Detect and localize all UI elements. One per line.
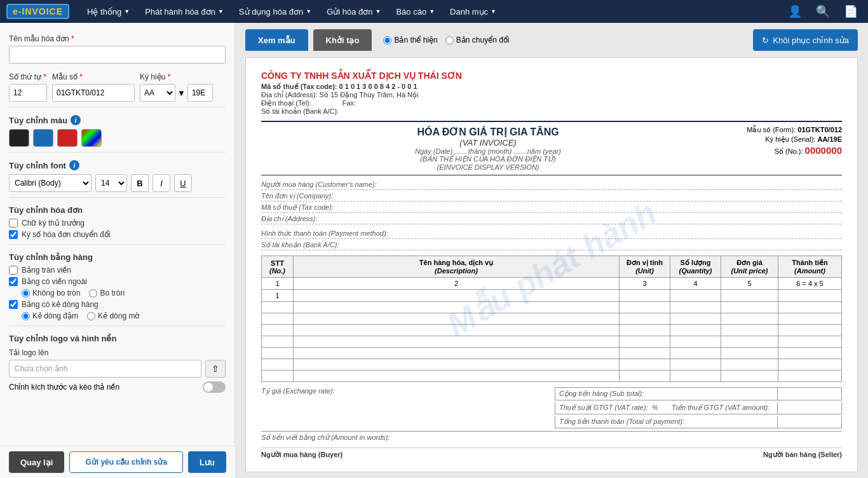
khong-bo-tron-option[interactable]: Không bo tròn xyxy=(22,289,80,297)
th-thanh-tien: Thành tiền(Amount) xyxy=(778,256,842,278)
tab-khoi-tao[interactable]: Khởi tạo xyxy=(313,29,372,51)
info-font-icon[interactable]: i xyxy=(69,160,79,170)
ten-mau-label: Tên mẫu hóa đơn * xyxy=(9,34,226,43)
ke-dong-dam-radio[interactable] xyxy=(22,312,30,320)
buyer-row: Người mua hàng (Customer's name): xyxy=(261,181,842,190)
color-black-swatch[interactable] xyxy=(9,129,29,147)
mau-so-input[interactable] xyxy=(52,84,135,102)
document-icon[interactable]: 📄 xyxy=(840,2,862,21)
row-1-price xyxy=(721,290,778,302)
quay-lai-button[interactable]: Quay lại xyxy=(9,451,64,473)
payment-row: Hình thức thanh toán (Payment method): xyxy=(261,229,842,239)
nen-toggle-row: Chỉnh kích thước và kéo thả nền xyxy=(9,381,226,393)
ky-hieu-prefix-select[interactable]: AA xyxy=(140,84,175,102)
bank-buyer-row: Số tài khoản (Bank A/C): xyxy=(261,241,842,250)
title-en: (VAT INVOICE) xyxy=(261,138,715,147)
nav-phat-hanh[interactable]: Phát hành hóa đơn ▼ xyxy=(137,0,231,23)
table-row xyxy=(262,302,842,313)
tuy-chinh-bang-hang-title: Tùy chỉnh bảng hàng xyxy=(9,252,226,262)
ban-chuyen-doi-option[interactable]: Bản chuyển đổi xyxy=(445,36,510,44)
ban-the-hien-radio[interactable] xyxy=(383,36,391,44)
bang-tran-vien-checkbox[interactable] xyxy=(9,266,18,275)
table-header: STT(No.) Tên hàng hóa, dịch vụ(Descripti… xyxy=(262,256,842,290)
chu-ky-thu-truong-checkbox[interactable] xyxy=(9,219,18,228)
company-buyer-row: Tên đơn vị (Company): xyxy=(261,192,842,201)
row-1-amount xyxy=(778,290,842,302)
version-note-en: (EINVOICE DISPLAY VERSION) xyxy=(261,163,715,171)
table-col-numbers-row: 1 2 3 4 5 6 = 4 x 5 xyxy=(262,278,842,290)
bottom-buttons: Quay lại Gửi yêu cầu chỉnh sửa Lưu xyxy=(0,446,235,478)
user-icon[interactable]: 👤 xyxy=(784,2,806,21)
color-blue-swatch[interactable] xyxy=(33,129,53,147)
ke-dong-radio-group: Kẻ dòng đậm Kẻ dòng mờ xyxy=(22,311,226,320)
bo-tron-radio[interactable] xyxy=(89,289,97,297)
italic-button[interactable]: I xyxy=(153,174,170,192)
cong-tien-hang-label: Cộng tiền hàng (Sub total): xyxy=(555,388,778,400)
so-thu-tu-col: Số thứ tự * xyxy=(9,67,47,102)
row-1-qty xyxy=(670,290,721,302)
ky-hieu-suffix-input[interactable] xyxy=(187,84,213,102)
totals-outer: Tỷ giá (Exchange rate): Cộng tiền hàng (… xyxy=(261,387,842,428)
th-so-luong: Số lượng(Quantity) xyxy=(670,256,721,278)
font-family-select[interactable]: Calibri (Body) xyxy=(9,174,92,192)
ke-dong-dam-option[interactable]: Kẻ dòng đậm xyxy=(22,311,78,320)
table-row xyxy=(262,336,842,348)
color-red-swatch[interactable] xyxy=(57,129,78,147)
restore-icon: ↻ xyxy=(762,36,769,45)
cong-tien-hang-value xyxy=(778,388,841,400)
logo-placeholder: Chưa chọn ảnh xyxy=(9,360,201,378)
font-size-select[interactable]: 14 xyxy=(95,174,127,192)
ky-so-chuyen-doi-row: Ký số hóa đơn chuyển đổi xyxy=(9,230,226,239)
tong-tien-label: Tổng tiền thanh toán (Total of payment): xyxy=(555,416,778,428)
nen-toggle[interactable] xyxy=(203,381,226,393)
thue-suat-row: Thuế suất GTGT (VAT rate): % Tiền thuế G… xyxy=(555,402,842,414)
main-container: Tên mẫu hóa đơn * Số thứ tự * Mẫu số * K… xyxy=(0,23,868,478)
invoice-table: STT(No.) Tên hàng hóa, dịch vụ(Descripti… xyxy=(261,256,842,382)
info-color-icon[interactable]: i xyxy=(71,115,81,125)
ban-the-hien-option[interactable]: Bản thể hiện xyxy=(383,36,437,44)
restore-button[interactable]: ↻ Khôi phục chỉnh sửa xyxy=(753,29,858,51)
tax-code-line: Mã số thuế (Tax code): 0 1 0 1 3 0 0 8 4… xyxy=(261,83,842,91)
ten-mau-input[interactable] xyxy=(9,46,226,64)
ban-chuyen-doi-radio[interactable] xyxy=(445,36,454,44)
color-swatches xyxy=(9,129,226,147)
search-icon[interactable]: 🔍 xyxy=(812,2,834,21)
tax-buyer-row: Mã số thuế (Tax code): xyxy=(261,203,842,213)
chevron-down-icon: ▼ xyxy=(306,8,311,15)
logo-upload-button[interactable]: ⇧ xyxy=(205,360,226,378)
luu-button[interactable]: Lưu xyxy=(188,451,226,473)
address-line: Địa chỉ (Address): Số 15 Đặng Thùy Trâm,… xyxy=(261,91,842,99)
topnav-right-icons: 👤 🔍 📄 xyxy=(784,2,862,21)
col-num-4: 4 xyxy=(670,278,721,290)
ke-dong-mo-option[interactable]: Kẻ dòng mờ xyxy=(87,311,139,320)
so-thu-tu-input[interactable] xyxy=(9,84,47,102)
gui-yeu-cau-button[interactable]: Gửi yêu cầu chỉnh sửa xyxy=(69,451,183,473)
bang-co-ke-dong-hang-checkbox[interactable] xyxy=(9,300,18,309)
underline-button[interactable]: U xyxy=(174,174,192,192)
payment-section: Hình thức thanh toán (Payment method): S… xyxy=(261,229,842,250)
ky-so-chuyen-doi-checkbox[interactable] xyxy=(9,230,18,239)
nav-bao-cao[interactable]: Báo cáo ▼ xyxy=(388,0,442,23)
app-logo[interactable]: e-INVOICE xyxy=(6,4,69,19)
row-1-unit xyxy=(620,290,670,302)
bold-button[interactable]: B xyxy=(131,174,149,192)
bang-co-ke-dong-hang-row: Bảng có kẻ dòng hàng xyxy=(9,300,226,309)
bank-line: Số tài khoản (Bank A/C): xyxy=(261,107,842,116)
version-note: (BẢN THỂ HIỆN CỦA HÓA ĐƠN ĐIỆN TỬ) xyxy=(261,155,715,163)
ke-dong-mo-radio[interactable] xyxy=(87,312,95,320)
bang-co-vien-ngoai-checkbox[interactable] xyxy=(9,277,18,286)
mau-so-col: Mẫu số * xyxy=(52,67,135,102)
th-don-vi: Đơn vị tính(Unit) xyxy=(620,256,670,278)
khong-bo-tron-radio[interactable] xyxy=(22,289,30,297)
divider-5 xyxy=(9,325,226,326)
nav-su-dung[interactable]: Sử dụng hóa đơn ▼ xyxy=(231,0,319,23)
bo-tron-option[interactable]: Bo tròn xyxy=(89,289,125,297)
color-gradient-swatch[interactable] xyxy=(81,129,102,147)
tab-xem-mau[interactable]: Xem mẫu xyxy=(245,29,308,51)
nav-gui-hd[interactable]: Gửi hóa đơn ▼ xyxy=(319,0,388,23)
nav-danh-muc[interactable]: Danh mục ▼ xyxy=(442,0,504,23)
table-row xyxy=(262,359,842,371)
nav-he-thong[interactable]: Hệ thống ▼ xyxy=(79,0,137,23)
logo-upload-row: Chưa chọn ảnh ⇧ xyxy=(9,360,226,378)
thue-suat-label: Thuế suất GTGT (VAT rate): % Tiền thuế G… xyxy=(555,402,778,414)
